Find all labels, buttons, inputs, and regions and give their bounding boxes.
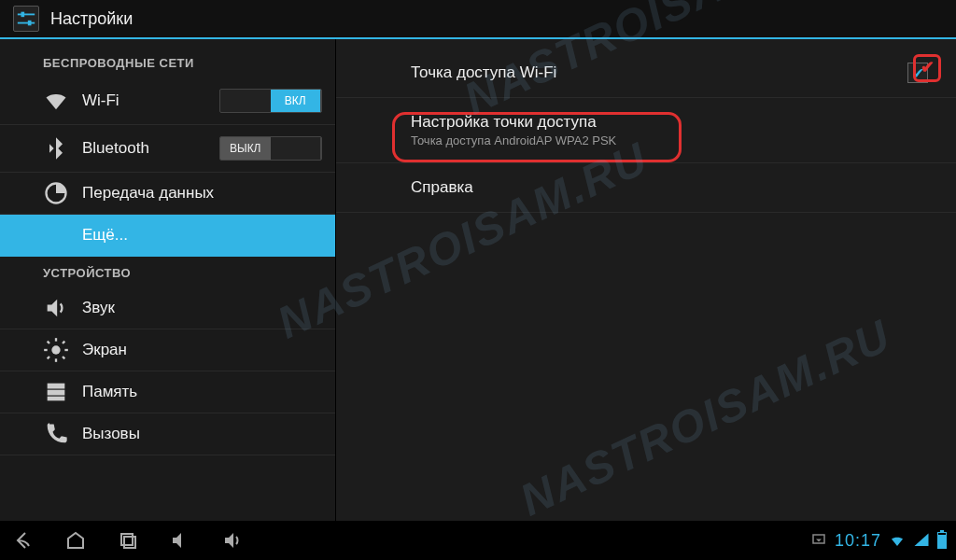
sidebar-item-display[interactable]: Экран <box>0 329 335 371</box>
svg-line-12 <box>48 357 49 358</box>
sidebar-item-label: Вызовы <box>82 425 140 443</box>
storage-icon <box>43 379 69 405</box>
battery-status-icon <box>937 532 947 549</box>
download-icon <box>810 532 827 549</box>
data-usage-icon <box>43 180 69 206</box>
home-button[interactable] <box>62 526 90 554</box>
bluetooth-toggle[interactable]: ВЫКЛ <box>219 136 322 161</box>
volume-up-button[interactable] <box>218 526 246 554</box>
help-row[interactable]: Справка <box>336 163 956 213</box>
sliders-icon <box>16 8 36 29</box>
toggle-off-label <box>220 90 271 112</box>
hotspot-checkbox[interactable] <box>907 63 928 83</box>
svg-line-10 <box>48 342 49 343</box>
hotspot-toggle-row[interactable]: Точка доступа Wi-Fi <box>336 49 956 98</box>
sidebar-item-sound[interactable]: Звук <box>0 287 335 329</box>
wifi-toggle[interactable]: ВКЛ <box>219 89 322 113</box>
sidebar-item-label: Ещё... <box>82 226 128 245</box>
hotspot-config-title: Настройка точки доступа <box>411 113 928 132</box>
section-header-wireless: БЕСПРОВОДНЫЕ СЕТИ <box>0 39 335 77</box>
toggle-on-label: ВКЛ <box>271 90 322 112</box>
hotspot-config-row[interactable]: Настройка точки доступа Точка доступа An… <box>336 98 956 163</box>
svg-point-5 <box>51 345 60 354</box>
wifi-status-icon <box>889 532 906 549</box>
sound-icon <box>43 295 69 321</box>
phone-icon <box>43 421 69 447</box>
svg-rect-0 <box>18 14 35 16</box>
hotspot-config-subtitle: Точка доступа AndroidAP WPA2 PSK <box>411 133 928 147</box>
sidebar-item-more[interactable]: Ещё... <box>0 215 335 257</box>
sidebar-item-label: Память <box>82 383 137 401</box>
toggle-off-label: ВЫКЛ <box>220 137 271 160</box>
help-label: Справка <box>411 178 928 197</box>
sidebar-item-bluetooth[interactable]: Bluetooth ВЫКЛ <box>0 125 335 173</box>
settings-sidebar[interactable]: БЕСПРОВОДНЫЕ СЕТИ Wi-Fi ВКЛ Bluetooth ВЫ… <box>0 39 336 521</box>
sidebar-item-label: Передача данных <box>82 184 214 203</box>
content-panel: Точка доступа Wi-Fi Настройка точки дост… <box>336 39 956 521</box>
svg-rect-14 <box>48 384 65 389</box>
nav-left-group <box>9 526 246 554</box>
recent-apps-button[interactable] <box>114 526 142 554</box>
svg-rect-15 <box>48 390 65 396</box>
hotspot-toggle-label: Точка доступа Wi-Fi <box>411 63 928 82</box>
main-area: БЕСПРОВОДНЫЕ СЕТИ Wi-Fi ВКЛ Bluetooth ВЫ… <box>0 39 956 521</box>
sidebar-item-label: Wi-Fi <box>82 91 120 110</box>
svg-rect-16 <box>48 397 65 401</box>
svg-line-13 <box>63 342 64 343</box>
svg-rect-1 <box>18 22 35 24</box>
sidebar-item-label: Экран <box>82 341 127 359</box>
status-clock: 10:17 <box>835 531 881 551</box>
sidebar-item-calls[interactable]: Вызовы <box>0 413 335 455</box>
bluetooth-icon <box>43 135 69 161</box>
sidebar-item-storage[interactable]: Память <box>0 371 335 413</box>
svg-rect-18 <box>124 537 135 548</box>
sidebar-item-wifi[interactable]: Wi-Fi ВКЛ <box>0 77 335 125</box>
signal-status-icon <box>913 532 930 549</box>
svg-rect-3 <box>28 21 32 26</box>
sidebar-item-label: Bluetooth <box>82 139 149 158</box>
sidebar-item-data-usage[interactable]: Передача данных <box>0 173 335 215</box>
svg-line-11 <box>63 357 64 358</box>
sidebar-item-label: Звук <box>82 299 115 317</box>
svg-rect-2 <box>21 12 25 18</box>
wifi-icon <box>43 88 69 114</box>
volume-down-button[interactable] <box>166 526 194 554</box>
system-navbar: 10:17 <box>0 521 956 560</box>
page-title: Настройки <box>50 9 133 29</box>
toggle-on-label <box>271 137 322 160</box>
section-header-device: УСТРОЙСТВО <box>0 257 335 287</box>
settings-app-icon <box>13 6 39 32</box>
back-button[interactable] <box>9 526 37 554</box>
display-icon <box>43 337 69 363</box>
svg-rect-17 <box>121 534 133 545</box>
status-area[interactable]: 10:17 <box>810 531 947 551</box>
header-bar: Настройки <box>0 0 956 39</box>
